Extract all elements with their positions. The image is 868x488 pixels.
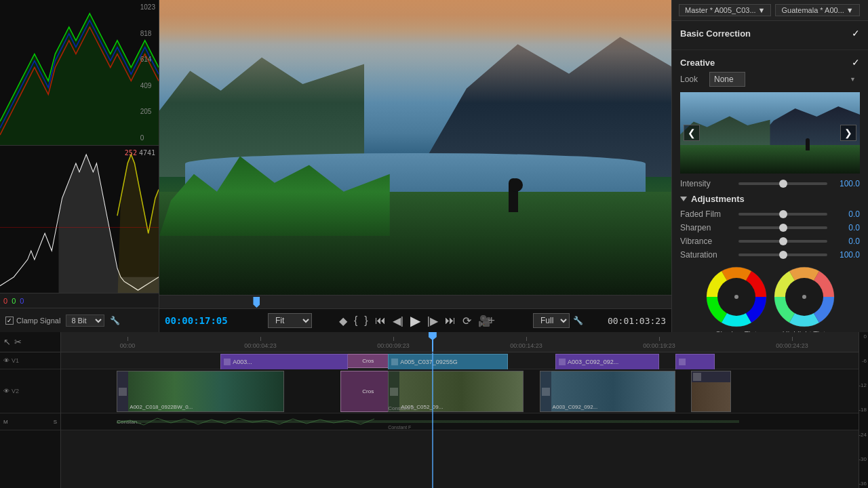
saturation-label: Saturation bbox=[680, 250, 734, 260]
shadow-wheel-svg[interactable] bbox=[706, 266, 767, 327]
adjustments-section: Adjustments Faded Film 0.0 Sharpen 0.0 bbox=[680, 194, 860, 332]
loop-button[interactable]: ⟳ bbox=[462, 314, 471, 327]
eye-v2-icon[interactable]: 👁 bbox=[3, 388, 9, 394]
clip-a0-v2[interactable] bbox=[691, 371, 731, 412]
vibrance-slider[interactable] bbox=[738, 240, 827, 243]
faded-film-slider[interactable] bbox=[738, 213, 827, 216]
audio-waveform bbox=[117, 415, 738, 428]
look-label: Look bbox=[680, 75, 704, 84]
track-a1-header: M S bbox=[0, 413, 60, 430]
m-button[interactable]: M bbox=[3, 419, 8, 425]
intensity-label: Intensity bbox=[680, 179, 734, 188]
timeline-main: 00:00 00:00:04:23 00:00:09:23 00:00:14:2… bbox=[61, 332, 859, 488]
clip-a003[interactable]: A003... bbox=[220, 354, 348, 370]
look-preview: ❮ ❯ bbox=[680, 92, 860, 174]
go-to-out-button[interactable]: ⏭ bbox=[445, 314, 456, 327]
track-v1-header: 👁 V1 bbox=[0, 352, 60, 369]
timeline-controls: ↖ ✂ 👁 V1 👁 V2 M S bbox=[0, 332, 61, 488]
timeline-area: ↖ ✂ 👁 V1 👁 V2 M S bbox=[0, 332, 868, 488]
settings-wrench-icon[interactable]: 🔧 bbox=[110, 316, 120, 325]
look-select-wrapper: None SL BIG Kodak bbox=[709, 72, 860, 87]
settings-icon[interactable]: 🔧 bbox=[573, 316, 583, 325]
add-track-button[interactable]: + bbox=[488, 314, 495, 328]
look-prev-button[interactable]: ❮ bbox=[684, 125, 700, 141]
timecode-left: 00:00:17:05 bbox=[165, 315, 228, 326]
vibrance-value: 0.0 bbox=[831, 237, 860, 246]
progress-bar[interactable] bbox=[159, 295, 671, 308]
db-30: -30 bbox=[859, 456, 867, 462]
razor-tool-icon[interactable]: ✂ bbox=[14, 337, 22, 347]
saturation-slider[interactable] bbox=[738, 253, 827, 256]
arrow-tool-icon[interactable]: ↖ bbox=[3, 337, 11, 347]
constant-f-audio: Constant F bbox=[388, 425, 411, 430]
clip-a002[interactable]: A002_C018_0922BW_0... bbox=[117, 371, 284, 412]
adjustments-title-text: Adjustments bbox=[691, 194, 745, 204]
panel-header: Master * A005_C03... ▼ Guatemala * A00..… bbox=[672, 0, 868, 21]
track-info: 👁 V1 👁 V2 M S bbox=[0, 352, 60, 488]
go-to-in-button[interactable]: ⏮ bbox=[375, 314, 386, 327]
faded-film-label: Faded Film bbox=[680, 209, 734, 219]
ruler-1: 00:00:04:23 bbox=[194, 337, 327, 349]
basic-correction-title: Basic Correction bbox=[680, 28, 751, 39]
intensity-slider[interactable] bbox=[738, 182, 827, 185]
video-preview-area: 00:00:17:05 Fit 25% 50% 100% ◆ { } ⏮ ◀| … bbox=[159, 0, 671, 332]
marker-button[interactable]: ◆ bbox=[339, 314, 347, 327]
look-select[interactable]: None SL BIG Kodak bbox=[709, 72, 745, 87]
clip-a003-right[interactable]: A003_C092_092... bbox=[555, 354, 659, 370]
full-control[interactable]: Full 1/2 1/4 bbox=[533, 313, 570, 328]
bit-depth-select[interactable]: 8 Bit 10 Bit bbox=[66, 314, 104, 327]
basic-correction-section: Basic Correction ✓ bbox=[672, 21, 868, 50]
in-point-button[interactable]: { bbox=[354, 314, 357, 327]
full-select[interactable]: Full 1/2 1/4 bbox=[533, 313, 570, 328]
clamp-label: Clamp Signal bbox=[16, 317, 60, 325]
creative-section: Creative ✓ Look None SL BIG Kodak bbox=[672, 50, 868, 332]
look-next-button[interactable]: ❯ bbox=[840, 125, 856, 141]
master-arrow-icon: ▼ bbox=[758, 6, 766, 14]
scale-818: 818 bbox=[140, 30, 155, 37]
ruler-3: 00:00:14:23 bbox=[460, 337, 593, 349]
scale-614: 614 bbox=[140, 56, 155, 63]
db-18: -18 bbox=[859, 407, 867, 413]
waveform-controls: 0 0 0 bbox=[0, 293, 159, 308]
clip-a0-right[interactable] bbox=[675, 354, 715, 370]
track-playhead bbox=[432, 352, 433, 488]
color-wheels: Shadow Tint bbox=[680, 266, 860, 332]
creative-title: Creative bbox=[680, 58, 715, 68]
g-value: 0 bbox=[12, 297, 16, 305]
faded-film-row: Faded Film 0.0 bbox=[680, 209, 860, 219]
saturation-value: 100.0 bbox=[831, 250, 860, 260]
b-value: 0 bbox=[20, 297, 24, 305]
step-fwd-button[interactable]: |▶ bbox=[427, 314, 438, 327]
clip-a003-v2[interactable]: A003_C092_092... bbox=[540, 371, 675, 412]
play-button[interactable]: ▶ bbox=[410, 312, 420, 329]
creative-check[interactable]: ✓ bbox=[852, 57, 860, 68]
highlight-wheel-svg[interactable] bbox=[774, 266, 835, 327]
clamp-checkbox[interactable]: ✓ bbox=[5, 317, 14, 325]
eye-v1-icon[interactable]: 👁 bbox=[3, 357, 9, 364]
clip-a005-v1[interactable]: A005_C037_09255G bbox=[388, 354, 507, 370]
red-value: 252 bbox=[125, 149, 137, 157]
out-point-button[interactable]: } bbox=[364, 314, 368, 327]
waveform-scale: 1023 818 614 409 205 0 bbox=[140, 0, 155, 145]
ruler-0: 00:00 bbox=[61, 337, 194, 349]
waveform-panel: 1023 818 614 409 205 0 252 4741 bbox=[0, 0, 159, 332]
basic-correction-check[interactable]: ✓ bbox=[852, 28, 860, 39]
s-button[interactable]: S bbox=[54, 419, 57, 425]
adjustments-toggle[interactable]: Adjustments bbox=[680, 194, 860, 204]
fit-select[interactable]: Fit 25% 50% 100% bbox=[268, 313, 312, 328]
sharpen-slider[interactable] bbox=[738, 226, 827, 229]
node-arrow-icon: ▼ bbox=[846, 6, 854, 14]
fit-control[interactable]: Fit 25% 50% 100% bbox=[268, 313, 312, 328]
shadow-tint-wheel: Shadow Tint bbox=[706, 266, 767, 332]
transport-bar: 00:00:17:05 Fit 25% 50% 100% ◆ { } ⏮ ◀| … bbox=[159, 308, 671, 332]
saturation-row: Saturation 100.0 bbox=[680, 250, 860, 260]
ruler-2: 00:00:09:23 bbox=[327, 337, 460, 349]
node-dropdown[interactable]: Guatemala * A00... ▼ bbox=[775, 4, 859, 16]
step-back-button[interactable]: ◀| bbox=[393, 314, 403, 327]
db-0: 0 bbox=[864, 333, 867, 340]
timecode-right: 00:01:03:23 bbox=[608, 316, 666, 326]
db-scale-panel: 0 -6 -12 -18 -24 -30 -36 bbox=[859, 332, 868, 488]
scale-409: 409 bbox=[140, 82, 155, 89]
master-dropdown[interactable]: Master * A005_C03... ▼ bbox=[679, 4, 771, 16]
ruler-4: 00:00:19:23 bbox=[593, 337, 726, 349]
